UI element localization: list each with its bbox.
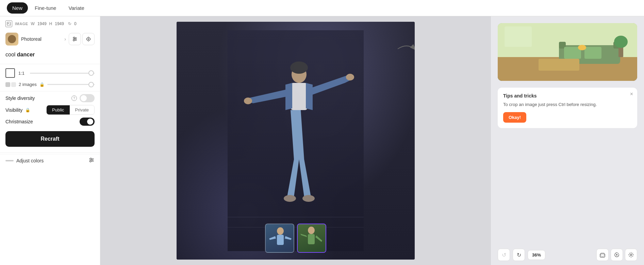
adjust-colors-label: Adjust colors: [16, 158, 44, 163]
svg-point-28: [284, 195, 296, 202]
style-row: Photoreal ›: [0, 30, 100, 48]
svg-point-17: [92, 159, 93, 161]
svg-rect-32: [277, 235, 284, 245]
dancer-illustration: [228, 30, 364, 251]
visibility-tabs: Public Private: [46, 105, 95, 115]
bottom-toolbar: ↺ ↻ 36%: [491, 245, 644, 265]
style-diversity-toggle-knob: [81, 95, 87, 101]
main-layout: IMAGE W 1949 H 1949 ↻ 0 Photoreal ›: [0, 16, 644, 265]
canvas-image: [177, 22, 415, 260]
image-icon: [5, 20, 12, 27]
image-height: 1949: [55, 21, 64, 26]
svg-point-31: [277, 227, 284, 235]
dot-2: [11, 82, 16, 87]
zoom-display: 36%: [528, 250, 545, 260]
settings-button[interactable]: [625, 249, 637, 261]
tips-panel: × Tips and tricks To crop an image just …: [498, 88, 637, 128]
image-rotate-value: 0: [74, 21, 77, 26]
image-label: IMAGE: [15, 22, 28, 26]
style-avatar: [5, 33, 18, 46]
image-count-dots: [5, 82, 16, 87]
tips-title: Tips and tricks: [503, 93, 632, 99]
canvas-area[interactable]: [100, 16, 491, 265]
reference-image-button[interactable]: [82, 33, 95, 45]
images-count-label: 2 images: [19, 82, 37, 87]
style-icons-group: [69, 33, 95, 45]
images-count-slider[interactable]: [47, 84, 95, 85]
room-scene-svg: [498, 23, 637, 81]
tips-close-button[interactable]: ×: [630, 91, 633, 97]
tips-okay-button[interactable]: Okay!: [503, 112, 526, 123]
redo-button[interactable]: ↻: [513, 249, 525, 261]
svg-point-29: [302, 195, 315, 202]
style-diversity-info-icon[interactable]: ?: [71, 95, 77, 101]
generated-image: [498, 23, 637, 81]
w-label: W: [31, 21, 35, 26]
image-info-row: IMAGE W 1949 H 1949 ↻ 0: [0, 16, 100, 30]
svg-point-27: [346, 74, 354, 81]
svg-point-24: [290, 61, 308, 74]
svg-point-15: [90, 158, 92, 159]
style-diversity-row: Style diversity ?: [0, 93, 100, 104]
tab-variate[interactable]: Variate: [63, 2, 89, 14]
left-panel: IMAGE W 1949 H 1949 ↻ 0 Photoreal ›: [0, 16, 100, 265]
top-navigation: New Fine-tune Variate: [0, 0, 644, 16]
svg-point-45: [578, 45, 586, 50]
prompt-text: cool dancer: [5, 51, 95, 58]
svg-point-5: [75, 38, 76, 40]
svg-point-3: [73, 37, 75, 38]
svg-point-19: [90, 161, 91, 162]
svg-point-7: [73, 40, 75, 41]
visibility-tab-private[interactable]: Private: [70, 105, 94, 114]
layers-button[interactable]: [596, 249, 609, 261]
recraft-button[interactable]: Recraft: [5, 131, 95, 147]
dot-1: [5, 82, 10, 87]
svg-rect-41: [584, 47, 601, 59]
tips-text: To crop an image just press Ctrl before …: [503, 101, 632, 108]
canvas-arrow: [394, 39, 415, 59]
svg-point-33: [308, 227, 315, 234]
tab-new[interactable]: New: [7, 2, 28, 14]
aspect-ratio-box: [5, 68, 15, 78]
prompt-text-bold: dancer: [17, 52, 35, 57]
images-count-row: 2 images 🔒: [5, 82, 95, 87]
visibility-lock-icon: 🔒: [25, 108, 30, 112]
svg-rect-48: [601, 253, 604, 256]
svg-point-51: [630, 254, 632, 256]
undo-button[interactable]: ↺: [498, 249, 510, 261]
h-label: H: [49, 21, 52, 26]
svg-point-50: [616, 254, 617, 255]
thumbnail-strip: [265, 224, 326, 253]
thumbnail-2[interactable]: [297, 224, 326, 253]
effects-button[interactable]: [611, 249, 623, 261]
style-diversity-toggle[interactable]: [80, 94, 95, 102]
aspect-ratio-label: 1:1: [18, 71, 27, 76]
adjust-colors-section: Adjust colors: [0, 154, 100, 167]
adjust-colors-icon[interactable]: [88, 157, 95, 164]
svg-rect-42: [539, 59, 579, 71]
style-label: Photoreal: [21, 36, 62, 42]
images-lock-icon: 🔒: [39, 82, 45, 87]
right-panel: × Tips and tricks To crop an image just …: [491, 16, 644, 265]
svg-point-26: [244, 98, 252, 104]
aspect-ratio-row: 1:1: [5, 68, 95, 78]
christmasize-label: Christmasize: [5, 119, 77, 124]
style-expand-icon[interactable]: ›: [64, 36, 66, 42]
adjust-sliders-button[interactable]: [69, 33, 81, 45]
christmasize-row: Christmasize ❄️: [0, 116, 100, 127]
controls-area: 1:1 2 images 🔒: [0, 66, 100, 90]
rotate-icon: ↻: [68, 21, 71, 26]
visibility-tab-public[interactable]: Public: [47, 105, 69, 114]
generated-image-container: [498, 23, 637, 81]
christmasize-toggle[interactable]: ❄️: [80, 118, 95, 126]
tab-fine-tune[interactable]: Fine-tune: [29, 2, 62, 14]
thumbnail-1[interactable]: [265, 224, 294, 253]
svg-point-9: [88, 38, 89, 40]
adjust-colors-row: Adjust colors: [5, 157, 95, 164]
svg-rect-25: [291, 83, 308, 110]
visibility-label: Visibility: [5, 107, 22, 113]
prompt-text-start: cool: [5, 52, 17, 57]
aspect-ratio-slider[interactable]: [30, 73, 95, 74]
svg-rect-46: [505, 26, 532, 47]
svg-point-44: [614, 36, 628, 48]
